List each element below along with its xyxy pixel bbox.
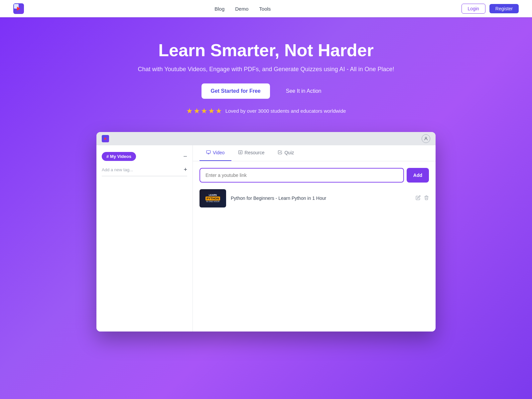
video-thumbnail: LEARN PYTHON IN ONE HOUR: [200, 189, 226, 207]
mockup-wrapper: # My Videos − Add a new tag... +: [0, 132, 532, 351]
add-video-button[interactable]: Add: [407, 168, 429, 183]
video-actions: [416, 195, 429, 201]
social-proof-text: Loved by over 3000 students and educator…: [225, 108, 346, 114]
add-tag-button[interactable]: +: [184, 166, 187, 173]
star-3: ★: [201, 107, 207, 115]
quiz-tab-icon: [278, 150, 282, 156]
logo-icon: [13, 3, 24, 14]
delete-video-button[interactable]: [424, 195, 429, 201]
tab-resource[interactable]: Resource: [231, 145, 271, 161]
thumb-text-learn: LEARN: [209, 194, 217, 197]
tab-video[interactable]: Video: [200, 145, 231, 161]
tag-minus-button[interactable]: −: [183, 153, 187, 160]
thumb-text-python: PYTHON: [205, 197, 220, 200]
svg-rect-1: [206, 151, 210, 153]
tab-video-label: Video: [213, 150, 225, 155]
get-started-button[interactable]: Get Started for Free: [201, 83, 270, 99]
tab-quiz-label: Quiz: [284, 150, 294, 155]
youtube-url-input[interactable]: [200, 168, 404, 183]
my-videos-tag[interactable]: # My Videos: [102, 152, 136, 161]
video-title: Python for Beginners - Learn Python in 1…: [231, 196, 411, 201]
hero-title: Learn Smarter, Not Harder: [7, 41, 525, 61]
nav-actions: Login Register: [462, 4, 519, 14]
mockup-body: # My Videos − Add a new tag... +: [96, 145, 436, 332]
nav-tools[interactable]: Tools: [259, 6, 271, 12]
video-tab-icon: [206, 150, 211, 156]
see-action-button[interactable]: See It in Action: [277, 83, 331, 99]
nav-demo[interactable]: Demo: [235, 6, 248, 12]
thumb-text-hour: IN ONE HOUR: [206, 200, 219, 202]
hero-subtitle: Chat with Youtube Videos, Engage with PD…: [7, 66, 525, 73]
tab-resource-label: Resource: [245, 150, 265, 155]
star-rating: ★ ★ ★ ★ ★: [186, 107, 222, 115]
tab-quiz[interactable]: Quiz: [271, 145, 301, 161]
titlebar-logo: [102, 135, 109, 142]
star-2: ★: [194, 107, 200, 115]
edit-video-button[interactable]: [416, 195, 421, 201]
add-tag-row: Add a new tag... +: [102, 166, 187, 176]
star-1: ★: [186, 107, 193, 115]
add-tag-placeholder: Add a new tag...: [102, 167, 184, 172]
url-input-row: Add: [200, 168, 429, 183]
app-mockup: # My Videos − Add a new tag... +: [96, 132, 436, 332]
mockup-content: Add LEARN PYTHON IN ONE HOUR Python for …: [193, 161, 436, 214]
navbar: Blog Demo Tools Login Register: [0, 0, 532, 17]
video-list-item: LEARN PYTHON IN ONE HOUR Python for Begi…: [200, 189, 429, 207]
tag-row: # My Videos −: [102, 152, 187, 161]
star-4: ★: [208, 107, 215, 115]
login-button[interactable]: Login: [462, 4, 485, 14]
titlebar-user-icon[interactable]: [422, 134, 430, 143]
nav-links: Blog Demo Tools: [214, 6, 271, 12]
mockup-main: Video Resource: [193, 145, 436, 332]
mockup-sidebar: # My Videos − Add a new tag... +: [96, 145, 193, 332]
register-button[interactable]: Register: [489, 4, 519, 13]
hero-section: Learn Smarter, Not Harder Chat with Yout…: [0, 17, 532, 132]
social-proof: ★ ★ ★ ★ ★ Loved by over 3000 students an…: [7, 107, 525, 115]
hero-buttons: Get Started for Free See It in Action: [7, 83, 525, 99]
mockup-tabs: Video Resource: [193, 145, 436, 161]
logo-square-decoration: [14, 4, 19, 9]
logo: [13, 3, 24, 14]
titlebar: [96, 132, 436, 145]
svg-point-0: [425, 137, 427, 139]
resource-tab-icon: [238, 150, 243, 156]
star-5: ★: [215, 107, 222, 115]
nav-blog[interactable]: Blog: [214, 6, 224, 12]
